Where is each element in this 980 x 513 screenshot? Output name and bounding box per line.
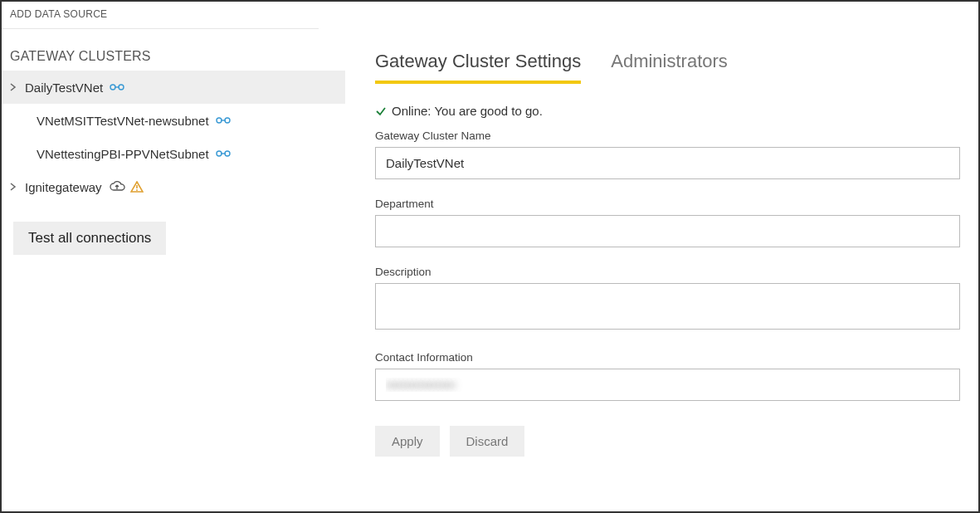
sidebar-header: GATEWAY CLUSTERS [2, 49, 345, 71]
department-input[interactable] [375, 215, 960, 247]
cluster-name-input[interactable] [375, 147, 960, 179]
warning-icon [130, 181, 144, 193]
link-icon [216, 149, 231, 158]
check-icon [375, 105, 387, 117]
status-row: Online: You are good to go. [375, 104, 960, 118]
label-contact: Contact Information [375, 351, 960, 364]
test-all-connections-button[interactable]: Test all connections [13, 222, 166, 255]
gateway-item-vnettestingpbi[interactable]: VNettestingPBI-PPVNetSubnet [2, 137, 345, 170]
layout: GATEWAY CLUSTERS DailyTestVNet VNetMSITT… [2, 29, 978, 511]
button-row: Apply Discard [375, 426, 960, 457]
discard-button[interactable]: Discard [450, 426, 525, 457]
cloud-icon [109, 181, 125, 193]
link-icon [216, 116, 231, 125]
chevron-right-icon [2, 83, 25, 91]
contact-input[interactable] [375, 369, 960, 401]
gateway-item-dailytestvnet[interactable]: DailyTestVNet [2, 71, 345, 104]
tab-administrators[interactable]: Administrators [611, 51, 728, 84]
svg-point-10 [136, 189, 138, 191]
tabs: Gateway Cluster Settings Administrators [375, 51, 960, 84]
tab-gateway-cluster-settings[interactable]: Gateway Cluster Settings [375, 51, 581, 84]
gateway-item-vnetmsit[interactable]: VNetMSITTestVNet-newsubnet [2, 104, 345, 137]
gateway-item-label: Ignitegateway [25, 180, 102, 194]
gateway-item-label: DailyTestVNet [25, 81, 103, 95]
sidebar: GATEWAY CLUSTERS DailyTestVNet VNetMSITT… [2, 29, 345, 511]
link-icon [110, 83, 124, 91]
description-input[interactable] [375, 283, 960, 330]
gateway-item-label: VNetMSITTestVNet-newsubnet [37, 114, 209, 128]
apply-button[interactable]: Apply [375, 426, 440, 457]
gateway-item-ignitegateway[interactable]: Ignitegateway [2, 170, 345, 203]
label-cluster-name: Gateway Cluster Name [375, 129, 960, 142]
label-description: Description [375, 266, 960, 278]
status-text: Online: You are good to go. [392, 104, 543, 118]
add-data-source-link[interactable]: ADD DATA SOURCE [2, 2, 319, 29]
main: Gateway Cluster Settings Administrators … [345, 29, 978, 511]
chevron-right-icon [2, 183, 25, 191]
label-department: Department [375, 198, 960, 210]
gateway-item-label: VNettestingPBI-PPVNetSubnet [37, 147, 209, 161]
